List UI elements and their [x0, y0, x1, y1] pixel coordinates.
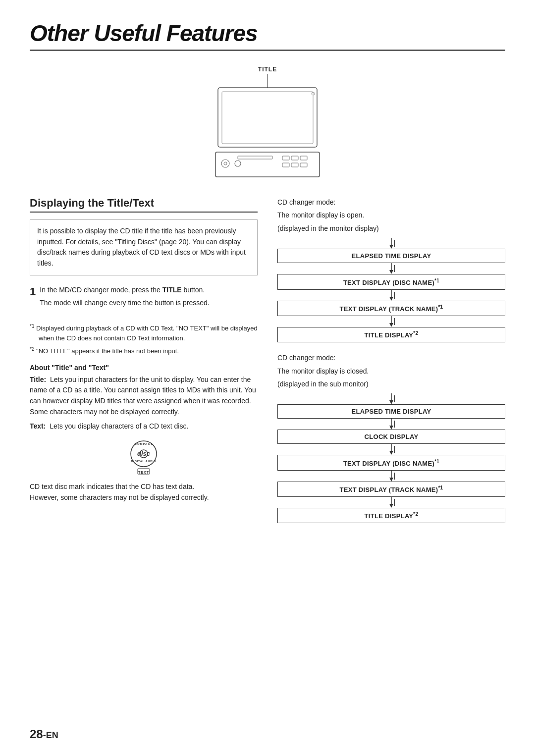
- info-box-text: It is possible to display the CD title i…: [37, 227, 246, 267]
- about-text-entry: Text: Lets you display characters of a C…: [30, 421, 258, 432]
- svg-rect-9: [291, 156, 298, 160]
- info-box: It is possible to display the CD title i…: [30, 219, 258, 275]
- svg-point-6: [224, 162, 227, 165]
- footnote-2: *2 "NO TITLE" appears if the title has n…: [30, 345, 258, 356]
- step-1-instruction: In the MD/CD changer mode, press the TIT…: [40, 284, 258, 295]
- step-1-sub: The mode will change every time the butt…: [40, 297, 258, 308]
- disc-logo-area: COMPACT disc DIGITAL AUDIO TEXT: [30, 439, 258, 476]
- cd-changer-closed-label: CD changer mode:: [277, 352, 505, 363]
- svg-text:TEXT: TEXT: [138, 471, 149, 474]
- page-number: 28-EN: [30, 727, 58, 741]
- flow-closed-item-4: TITLE DISPLAY*2: [277, 508, 505, 523]
- flow-open-item-3: TITLE DISPLAY*2: [277, 327, 505, 342]
- col-left: Displaying the Title/Text It is possible…: [30, 197, 258, 533]
- about-heading: About "Title" and "Text": [30, 364, 258, 372]
- svg-rect-12: [291, 163, 298, 167]
- flow-closed-arrow-1: [277, 419, 505, 430]
- entry-arrow-closed: [277, 393, 505, 404]
- step-1-content: In the MD/CD changer mode, press the TIT…: [40, 284, 258, 311]
- flow-closed-item-0: ELAPSED TIME DISPLAY: [277, 404, 505, 419]
- footnotes: *1 Displayed during playback of a CD wit…: [30, 323, 258, 357]
- svg-rect-0: [218, 88, 317, 147]
- cd-changer-closed-sub2: (displayed in the sub monitor): [277, 378, 505, 389]
- cd-changer-open-label: CD changer mode:: [277, 197, 505, 208]
- flow-closed-item-3: TEXT DISPLAY (TRACK NAME)*1: [277, 482, 505, 497]
- svg-marker-33: [389, 426, 393, 430]
- cd-changer-closed-sub1: The monitor display is closed.: [277, 366, 505, 377]
- svg-text:DIGITAL AUDIO: DIGITAL AUDIO: [131, 460, 157, 463]
- page-title: Other Useful Features: [30, 20, 505, 47]
- flow-closed-item-1: CLOCK DISPLAY: [277, 430, 505, 444]
- svg-text:disc: disc: [137, 450, 151, 457]
- footnote-1: *1 Displayed during playback of a CD wit…: [30, 323, 258, 344]
- svg-marker-39: [389, 504, 393, 508]
- section-heading: Displaying the Title/Text: [30, 197, 258, 213]
- svg-rect-8: [282, 156, 289, 160]
- svg-rect-13: [300, 163, 307, 167]
- svg-point-7: [235, 161, 241, 166]
- step-number-1: 1: [30, 285, 36, 298]
- flow-open-item-1: TEXT DISPLAY (DISC NAME)*1: [277, 274, 505, 289]
- device-illustration: TITLE: [30, 66, 505, 182]
- cd-text-note: CD text disc mark indicates that the CD …: [30, 481, 258, 503]
- svg-rect-11: [282, 163, 289, 167]
- flow-diagram-open: ELAPSED TIME DISPLAY TEXT DISPLAY (DISC …: [277, 238, 505, 342]
- svg-marker-35: [389, 451, 393, 455]
- flow-closed-item-2: TEXT DISPLAY (DISC NAME)*1: [277, 455, 505, 470]
- entry-arrow-open: [277, 238, 505, 249]
- svg-rect-4: [238, 156, 272, 159]
- col-right: CD changer mode: The monitor display is …: [277, 197, 505, 533]
- device-svg: [188, 83, 347, 182]
- svg-marker-37: [389, 478, 393, 482]
- flow-closed-arrow-3: [277, 471, 505, 482]
- svg-marker-29: [389, 323, 393, 327]
- flow-open-item-2: TEXT DISPLAY (TRACK NAME)*1: [277, 301, 505, 316]
- svg-rect-1: [222, 92, 313, 144]
- svg-marker-27: [389, 297, 393, 301]
- title-arrow: [268, 74, 268, 83]
- flow-closed-arrow-4: [277, 497, 505, 508]
- step-1: 1 In the MD/CD changer mode, press the T…: [30, 284, 258, 317]
- page-title-section: Other Useful Features: [30, 20, 505, 51]
- svg-rect-10: [300, 156, 307, 160]
- svg-marker-25: [389, 270, 393, 274]
- svg-marker-23: [389, 245, 393, 249]
- two-col-layout: Displaying the Title/Text It is possible…: [30, 197, 505, 533]
- svg-text:COMPACT: COMPACT: [135, 442, 153, 445]
- cd-changer-open-sub2: (displayed in the monitor display): [277, 223, 505, 234]
- cd-changer-open-sub1: The monitor display is open.: [277, 210, 505, 220]
- flow-open-arrow-3: [277, 316, 505, 327]
- flow-open-arrow-2: [277, 290, 505, 301]
- about-title-entry: Title: Lets you input characters for the…: [30, 375, 258, 418]
- device-title-label: TITLE: [258, 66, 277, 73]
- flow-closed-arrow-2: [277, 444, 505, 455]
- svg-point-5: [221, 160, 229, 167]
- flow-open-item-0: ELAPSED TIME DISPLAY: [277, 249, 505, 263]
- flow-diagram-closed: ELAPSED TIME DISPLAY CLOCK DISPLAY: [277, 393, 505, 523]
- flow-open-arrow-1: [277, 263, 505, 274]
- cd-logo-svg: COMPACT disc DIGITAL AUDIO TEXT: [124, 439, 163, 476]
- svg-marker-31: [389, 400, 393, 404]
